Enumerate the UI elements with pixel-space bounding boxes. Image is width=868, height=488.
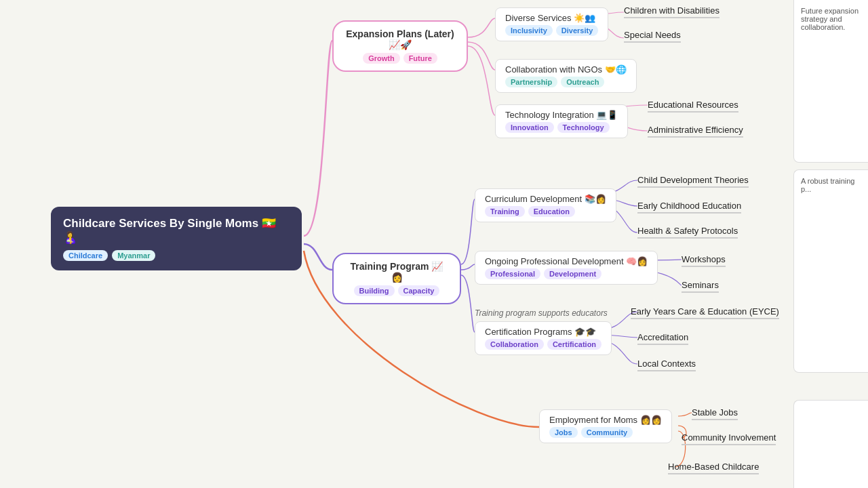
tag-certification: Certification xyxy=(547,339,601,350)
training-tag-building: Building xyxy=(354,285,395,296)
expansion-tag-future: Future xyxy=(403,53,437,64)
mindmap-canvas: Childcare Services By Single Moms 🇲🇲 🤱 C… xyxy=(0,0,868,488)
diverse-services-tags: Inclusivity Diversity xyxy=(505,25,598,36)
leaf-special-needs: Special Needs xyxy=(624,30,681,43)
collaboration-ngo-tags: Partnership Outreach xyxy=(505,77,627,87)
ongoing-prof-node[interactable]: Ongoing Professional Development 🧠👩 Prof… xyxy=(475,251,658,285)
tag-technology: Technology xyxy=(557,122,610,133)
employment-moms-label: Employment for Moms 👩👩 xyxy=(549,415,662,425)
leaf-eyce: Early Years Care & Education (EYCE) xyxy=(631,306,779,319)
tag-education: Education xyxy=(528,206,575,217)
tag-jobs: Jobs xyxy=(549,427,578,438)
tag-training: Training xyxy=(485,206,525,217)
cert-programs-node[interactable]: Certification Programs 🎓🎓 Collaboration … xyxy=(475,321,612,355)
employment-moms-node[interactable]: Employment for Moms 👩👩 Jobs Community xyxy=(539,409,672,443)
root-tag-myanmar: Myanmar xyxy=(112,250,155,261)
tag-diversity: Diversity xyxy=(556,25,598,36)
leaf-stable-jobs: Stable Jobs xyxy=(692,407,738,420)
tag-professional: Professional xyxy=(485,268,540,279)
collaboration-ngo-node[interactable]: Collaboration with NGOs 🤝🌐 Partnership O… xyxy=(495,59,637,93)
ongoing-prof-tags: Professional Development xyxy=(485,268,648,279)
training-node[interactable]: Training Program 📈👩 Building Capacity xyxy=(332,253,461,304)
training-tag-capacity: Capacity xyxy=(398,285,440,296)
diverse-services-label: Diverse Services ☀️👥 xyxy=(505,13,598,23)
training-tags: Building Capacity xyxy=(346,285,448,296)
tech-integration-tags: Innovation Technology xyxy=(505,122,618,133)
expansion-tags: Growth Future xyxy=(346,53,454,64)
info-panel-employment xyxy=(793,400,868,488)
tech-integration-label: Technology Integration 💻📱 xyxy=(505,110,618,120)
root-tag-childcare: Childcare xyxy=(63,250,108,261)
leaf-educational-resources: Educational Resources xyxy=(648,100,738,113)
tag-development: Development xyxy=(544,268,601,279)
leaf-children-disabilities: Children with Disabilities xyxy=(624,5,719,18)
ongoing-prof-label: Ongoing Professional Development 🧠👩 xyxy=(485,256,648,266)
root-node: Childcare Services By Single Moms 🇲🇲 🤱 C… xyxy=(51,207,302,270)
diverse-services-node[interactable]: Diverse Services ☀️👥 Inclusivity Diversi… xyxy=(495,7,608,41)
training-title: Training Program 📈👩 xyxy=(346,261,448,283)
tag-community: Community xyxy=(581,427,633,438)
info-panel-training-text: A robust training p... xyxy=(801,177,855,193)
tag-inclusivity: Inclusivity xyxy=(505,25,553,36)
leaf-community-involvement: Community Involvement xyxy=(682,432,776,445)
info-panel-expansion-text: Future expansion strategy and collaborat… xyxy=(801,7,859,31)
info-panel-expansion: Future expansion strategy and collaborat… xyxy=(793,0,868,163)
tag-outreach: Outreach xyxy=(561,77,604,87)
tech-integration-node[interactable]: Technology Integration 💻📱 Innovation Tec… xyxy=(495,104,628,138)
tag-innovation: Innovation xyxy=(505,122,554,133)
leaf-health-safety: Health & Safety Protocols xyxy=(637,226,738,239)
collaboration-ngo-label: Collaboration with NGOs 🤝🌐 xyxy=(505,64,627,75)
leaf-local-contexts: Local Contexts xyxy=(637,359,696,371)
cert-programs-label: Certification Programs 🎓🎓 xyxy=(485,327,601,337)
expansion-title: Expansion Plans (Later) 📈🚀 xyxy=(346,28,454,50)
leaf-home-based: Home-Based Childcare xyxy=(668,462,759,474)
expansion-tag-growth: Growth xyxy=(363,53,400,64)
curriculum-dev-label: Curriculum Development 📚👩 xyxy=(485,194,606,204)
root-title: Childcare Services By Single Moms 🇲🇲 🤱 xyxy=(63,216,290,245)
employment-moms-tags: Jobs Community xyxy=(549,427,662,438)
leaf-workshops: Workshops xyxy=(682,254,726,267)
expansion-node[interactable]: Expansion Plans (Later) 📈🚀 Growth Future xyxy=(332,20,468,72)
training-note: Training program supports educators xyxy=(475,308,608,318)
curriculum-dev-tags: Training Education xyxy=(485,206,606,217)
cert-programs-tags: Collaboration Certification xyxy=(485,339,601,350)
leaf-seminars: Seminars xyxy=(682,280,719,293)
leaf-child-dev-theories: Child Development Theories xyxy=(637,175,749,188)
tag-partnership: Partnership xyxy=(505,77,557,87)
leaf-accreditation: Accreditation xyxy=(637,332,688,345)
info-panel-training: A robust training p... xyxy=(793,169,868,373)
curriculum-dev-node[interactable]: Curriculum Development 📚👩 Training Educa… xyxy=(475,188,616,222)
leaf-early-childhood: Early Childhood Education xyxy=(637,201,741,214)
leaf-admin-efficiency: Administrative Efficiency xyxy=(648,125,743,138)
tag-collaboration: Collaboration xyxy=(485,339,544,350)
root-tags: Childcare Myanmar xyxy=(63,250,290,261)
